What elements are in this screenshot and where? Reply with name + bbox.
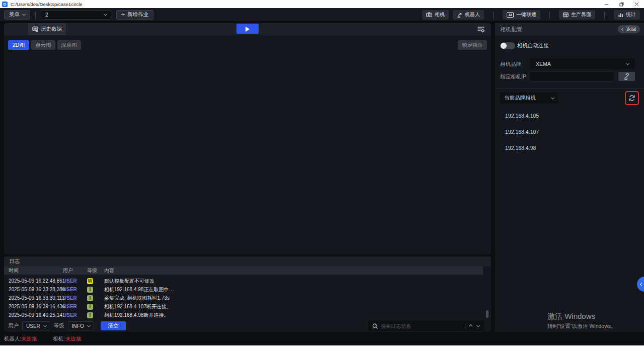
new-job-label: 新增作业 bbox=[127, 11, 148, 18]
table-row[interactable]: 2025-05-09 16:22:48,861 USER W 默认模板配置不可修… bbox=[4, 277, 491, 285]
back-button-label: 返回 bbox=[626, 26, 636, 33]
current-brand-camera-select[interactable]: 当前品牌相机 bbox=[500, 93, 558, 104]
one-key-connect-button[interactable]: AI 一键联通 bbox=[503, 10, 540, 20]
divider bbox=[35, 11, 36, 19]
ip-label: 指定相机IP bbox=[500, 73, 526, 80]
camera-panel-header: 相机配置 返回 bbox=[495, 23, 644, 35]
log-time: 2025-05-09 16:33:28,380 bbox=[9, 285, 65, 294]
camera-button-label: 相机 bbox=[435, 11, 445, 18]
statistics-button[interactable]: 统计 bbox=[614, 10, 640, 20]
log-time: 2025-05-09 16:33:30,113 bbox=[9, 294, 65, 302]
robot-button-label: 机器人 bbox=[465, 11, 480, 18]
log-scrollbar-thumb[interactable] bbox=[486, 310, 489, 318]
camera-ip-item[interactable]: 192.168.4.107 bbox=[505, 129, 539, 135]
level-filter-select[interactable]: INFO bbox=[68, 321, 94, 330]
toggle-knob bbox=[501, 43, 507, 49]
refresh-camera-list-button[interactable] bbox=[625, 91, 639, 105]
chevron-down-icon bbox=[22, 12, 26, 16]
brand-label: 相机品牌 bbox=[500, 61, 521, 68]
menu-dropdown[interactable]: 菜单 bbox=[4, 10, 30, 20]
camera-button[interactable]: 相机 bbox=[422, 10, 449, 20]
log-user: USER bbox=[63, 302, 77, 311]
search-icon bbox=[372, 323, 378, 329]
log-table-header: 时间 用户 等级 内容 bbox=[4, 267, 483, 275]
connect-ip-button[interactable] bbox=[618, 72, 635, 81]
history-data-icon bbox=[32, 26, 38, 32]
user-filter-select[interactable]: USER bbox=[22, 321, 50, 330]
chevron-down-icon bbox=[551, 96, 554, 99]
chevron-left-icon bbox=[640, 282, 643, 286]
divider bbox=[495, 89, 644, 89]
camera-brand-select[interactable]: XEMA bbox=[530, 58, 635, 69]
statusbar: 机器人: 未连接 相机: 未连接 bbox=[0, 332, 644, 346]
filter-settings-icon[interactable] bbox=[477, 25, 485, 33]
minimize-button[interactable] bbox=[599, 0, 614, 8]
chevron-down-icon bbox=[43, 323, 47, 327]
restore-button[interactable] bbox=[614, 0, 629, 8]
app-logo-icon: D bbox=[2, 2, 8, 7]
tab-2d-view[interactable]: 2D图 bbox=[8, 40, 29, 50]
log-level-badge: I bbox=[87, 312, 93, 318]
log-level-badge: I bbox=[87, 304, 93, 310]
log-search-box bbox=[368, 321, 485, 331]
play-button[interactable] bbox=[236, 24, 259, 34]
current-brand-camera-label: 当前品牌相机 bbox=[504, 95, 536, 102]
camera-ip-item[interactable]: 192.168.4.98 bbox=[505, 145, 536, 151]
tab-pointcloud-view[interactable]: 点云图 bbox=[31, 40, 55, 50]
log-panel-title: 日志 bbox=[4, 256, 491, 267]
grid-icon bbox=[563, 12, 569, 18]
log-level-badge: W bbox=[87, 278, 93, 284]
table-row[interactable]: 2025-05-09 16:40:25,141 USER I 相机192.168… bbox=[4, 311, 491, 319]
toolbar: 相机 机器人 AI 一键联通 生产界面 统计 bbox=[422, 10, 640, 20]
camera-ip-item[interactable]: 192.168.4.105 bbox=[505, 113, 539, 119]
log-content: 相机192.168.4.107断开连接。 bbox=[104, 302, 172, 311]
refresh-icon bbox=[628, 95, 635, 102]
tab-history-data-label: 历史数据 bbox=[41, 26, 62, 33]
tab-depth-view[interactable]: 深度图 bbox=[57, 40, 82, 50]
log-time: 2025-05-09 16:39:16,436 bbox=[9, 302, 65, 311]
col-time: 时间 bbox=[9, 267, 19, 275]
table-row[interactable]: 2025-05-09 16:33:30,113 USER I 采集完成, 相机取… bbox=[4, 294, 491, 302]
search-input[interactable] bbox=[381, 323, 462, 329]
search-next-icon[interactable] bbox=[476, 323, 480, 327]
log-time: 2025-05-09 16:40:25,141 bbox=[9, 311, 65, 319]
camera-ip-input[interactable] bbox=[530, 71, 614, 81]
new-job-button[interactable]: + 新增作业 bbox=[116, 10, 153, 20]
statistics-label: 统计 bbox=[626, 11, 636, 18]
history-panel-header: 历史数据 bbox=[4, 23, 491, 35]
chevron-down-icon bbox=[87, 323, 91, 327]
plus-icon: + bbox=[121, 12, 125, 18]
divider bbox=[604, 11, 605, 19]
auto-connect-label: 相机自动连接 bbox=[517, 42, 549, 49]
tab-history-data[interactable]: 历史数据 bbox=[28, 23, 66, 35]
lock-view-button[interactable]: 锁定视角 bbox=[458, 40, 487, 50]
log-content: 默认模板配置不可修改 bbox=[104, 277, 154, 285]
search-prev-icon[interactable] bbox=[469, 324, 472, 327]
level-filter-value: INFO bbox=[72, 323, 84, 329]
bar-chart-icon bbox=[618, 12, 623, 18]
log-content: 相机192.168.4.98断开连接。 bbox=[104, 311, 169, 319]
log-time: 2025-05-09 16:22:48,861 bbox=[9, 277, 65, 285]
camera-status-label: 相机: bbox=[53, 335, 65, 342]
camera-brand-value: XEMA bbox=[536, 61, 551, 67]
table-row[interactable]: 2025-05-09 16:33:28,380 USER I 相机192.168… bbox=[4, 285, 491, 294]
menu-label: 菜单 bbox=[9, 11, 20, 18]
robot-button[interactable]: 机器人 bbox=[453, 10, 484, 20]
col-user: 用户 bbox=[63, 267, 73, 275]
back-button[interactable]: 返回 bbox=[618, 25, 640, 33]
windows-activation-watermark: 激活 Windows 转到“设置”以激活 Windows。 bbox=[547, 312, 616, 330]
log-user: USER bbox=[63, 294, 77, 302]
job-select[interactable]: 2 bbox=[41, 10, 111, 20]
camera-config-panel: 相机配置 返回 相机自动连接 相机品牌 XEMA 指定相机IP 当前品牌相机 bbox=[495, 23, 644, 332]
clear-log-button[interactable]: 清空 bbox=[101, 321, 126, 330]
window-title: C:/Users/dex/Desktop/case1circle bbox=[11, 2, 83, 7]
camera-status-value: 未连接 bbox=[65, 335, 82, 342]
table-row[interactable]: 2025-05-09 16:39:16,436 USER I 相机192.168… bbox=[4, 302, 491, 311]
menubar: 菜单 2 + 新增作业 相机 机器人 AI 一键联通 bbox=[0, 8, 644, 21]
close-button[interactable] bbox=[629, 0, 644, 8]
auto-connect-toggle[interactable] bbox=[500, 42, 515, 49]
log-user: USER bbox=[63, 277, 77, 285]
divider bbox=[549, 11, 550, 19]
production-view-button[interactable]: 生产界面 bbox=[559, 10, 595, 20]
watermark-line1: 激活 Windows bbox=[547, 312, 616, 321]
